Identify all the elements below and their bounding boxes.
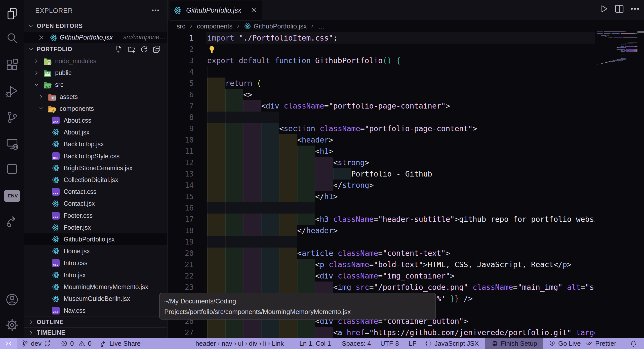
statusbar-indentation[interactable]: Spaces: 4 (342, 338, 371, 349)
lightbulb-icon[interactable] (208, 45, 216, 54)
activitybar-source-control-icon[interactable] (0, 105, 24, 129)
react-icon (174, 6, 182, 15)
minimap-line (627, 44, 633, 44)
tree-item-components[interactable]: components (24, 103, 167, 115)
tree-item-about-css[interactable]: cssAbout.css (24, 115, 167, 126)
code-line-18: 18</header> (168, 225, 595, 236)
open-editor-item[interactable]: GithubPortfolio.jsxsrc/compone… (24, 32, 167, 43)
line-number: 16 (168, 202, 194, 214)
tree-item-nav-css[interactable]: cssNav.css (24, 305, 167, 317)
line-number: 3 (168, 55, 194, 66)
tree-item-githubportfolio-jsx[interactable]: GithubPortfolio.jsx (24, 233, 167, 245)
tree-item-src[interactable]: </>src (24, 79, 167, 91)
breadcrumb-item[interactable]: components (197, 22, 233, 30)
tree-item-backtotop-jsx[interactable]: BackToTop.jsx (24, 138, 167, 150)
breadcrumb-item[interactable]: src (177, 22, 185, 30)
statusbar-prettier[interactable]: Prettier (586, 338, 616, 349)
tree-item-collectiondigital-jsx[interactable]: CollectionDigital.jsx (24, 174, 167, 186)
minimap-line (626, 51, 635, 52)
tree-item-label: Home.jsx (64, 248, 90, 255)
tree-item-public[interactable]: public (24, 67, 167, 79)
line-number: 8 (168, 112, 194, 123)
collapse-all-icon[interactable] (152, 45, 161, 53)
tree-item-brightstoneceramics-jsx[interactable]: BrightStoneCeramics.jsx (24, 162, 167, 174)
breadcrumb-item[interactable]: GithubPortfolio.jsx (254, 22, 307, 30)
chevron-down-icon (28, 46, 34, 53)
activitybar-live-preview-icon[interactable] (0, 157, 24, 181)
tree-item-node-modules[interactable]: JSnode_modules (24, 55, 167, 67)
timeline-section-header[interactable]: TIMELINE (24, 327, 167, 338)
activitybar-accounts-icon[interactable] (0, 288, 24, 312)
scrollbar[interactable] (637, 0, 644, 338)
tab-bar: GithubPortfolio.jsx (168, 0, 644, 20)
tree-item-home-jsx[interactable]: Home.jsx (24, 245, 167, 257)
css-file-icon: css (52, 307, 60, 315)
code-line-16: 16 (168, 202, 595, 214)
remote-indicator[interactable] (0, 338, 17, 349)
tree-item-intro-jsx[interactable]: Intro.jsx (24, 269, 167, 281)
tree-item-contact-jsx[interactable]: Contact.jsx (24, 198, 167, 210)
project-section-header[interactable]: PORTFOLIO (24, 43, 167, 55)
split-editor-icon[interactable] (614, 4, 624, 14)
tree-item-footer-css[interactable]: cssFooter.css (24, 210, 167, 222)
breadcrumb-item[interactable]: … (318, 22, 325, 30)
activitybar-run-debug-icon[interactable] (0, 79, 24, 103)
run-icon[interactable] (599, 4, 609, 14)
statusbar-branch[interactable]: dev (21, 338, 42, 349)
outline-section-header[interactable]: OUTLINE (24, 317, 167, 327)
statusbar-live-share[interactable]: Live Share (100, 338, 141, 349)
activitybar-extensions-icon[interactable] (0, 53, 24, 77)
open-editors-header[interactable]: OPEN EDITORS (24, 20, 167, 32)
tree-item-assets[interactable]: assets (24, 91, 167, 103)
minimap-line (621, 54, 623, 54)
statusbar-copilot-setup[interactable]: Finish Setup (485, 338, 543, 349)
statusbar-encoding[interactable]: UTF-8 (380, 338, 399, 349)
minimap[interactable] (597, 31, 637, 338)
minimap-line (633, 56, 637, 56)
activitybar-search-icon[interactable] (0, 26, 24, 50)
line-number: 27 (168, 327, 194, 338)
minimap-line (608, 35, 609, 36)
activitybar-explorer-icon[interactable] (0, 2, 24, 26)
statusbar-label: Finish Setup (501, 340, 537, 347)
statusbar-sync[interactable] (44, 338, 51, 349)
minimap-line (635, 33, 637, 34)
line-number: 15 (168, 191, 194, 202)
new-file-icon[interactable] (115, 45, 123, 53)
statusbar-eol[interactable]: LF (409, 338, 416, 349)
statusbar-go-live[interactable]: Go Live (549, 338, 581, 349)
statusbar-language-mode[interactable]: JavaScript JSX (425, 338, 479, 349)
refresh-icon[interactable] (140, 45, 148, 53)
statusbar-cursor-position[interactable]: Ln 1, Col 1 (299, 338, 331, 349)
tree-item-backtotopstyle-css[interactable]: cssBackToTopStyle.css (24, 150, 167, 162)
new-folder-icon[interactable] (127, 45, 136, 53)
activitybar-dotenv[interactable]: .ENV (0, 184, 24, 208)
statusbar-notifications[interactable] (630, 338, 637, 349)
sidebar-more-actions-icon[interactable] (151, 6, 160, 16)
statusbar-label: 0 (88, 340, 91, 347)
tab-githubportfolio[interactable]: GithubPortfolio.jsx (170, 1, 262, 20)
activitybar-live-share-icon[interactable] (0, 209, 24, 233)
explorer-sidebar: EXPLORER OPEN EDITORS GithubPortfolio.js… (24, 0, 168, 338)
tree-item-intro-css[interactable]: cssIntro.css (24, 257, 167, 269)
minimap-line (617, 47, 619, 48)
activitybar-remote-explorer-icon[interactable] (0, 132, 24, 156)
code-editor[interactable]: 1import "./PortfolioItem.css";23export d… (168, 32, 595, 338)
statusbar-problems[interactable]: 00 (61, 338, 92, 349)
statusbar-dom-path[interactable]: header › nav › ul › div › li › Link (195, 338, 284, 349)
minimap-line (623, 58, 626, 59)
close-icon[interactable] (38, 34, 45, 41)
react-icon (52, 128, 60, 136)
tree-item-about-jsx[interactable]: About.jsx (24, 126, 167, 138)
breadcrumb-separator-icon (310, 23, 315, 29)
activitybar-settings-icon[interactable] (0, 313, 24, 337)
tree-item-mourningmemorymemento-jsx[interactable]: MourningMemoryMemento.jsx (24, 281, 167, 293)
tree-item-museumguideberlin-jsx[interactable]: MuseumGuideBerlin.jsx (24, 293, 167, 305)
status-bar: dev00Live Shareheader › nav › ul › div ›… (0, 338, 644, 349)
open-editor-filename: GithubPortfolio.jsx (60, 33, 113, 41)
tab-close-icon[interactable] (250, 6, 258, 15)
react-icon (52, 235, 60, 243)
code-line-20: 20<article className="content-text"> (168, 248, 595, 259)
tree-item-contact-css[interactable]: cssContact.css (24, 186, 167, 198)
tree-item-footer-jsx[interactable]: Footer.jsx (24, 222, 167, 233)
